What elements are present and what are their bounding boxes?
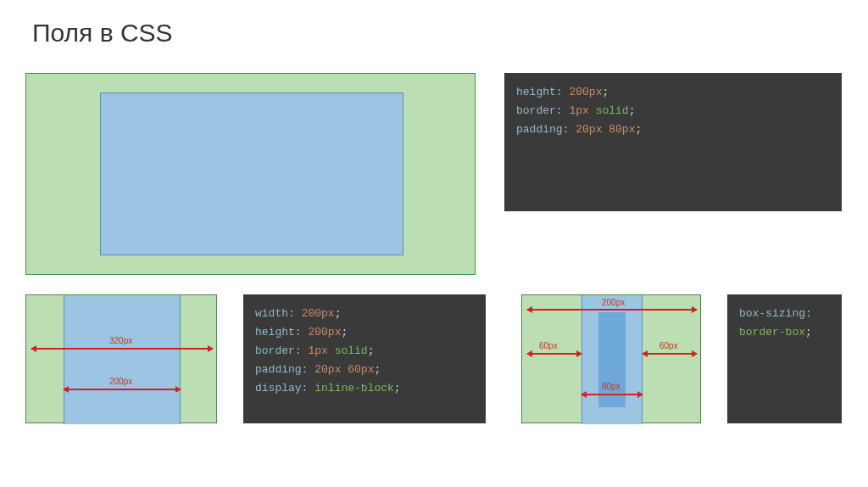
code-token: ; [635,123,642,136]
code-token: 200px [308,326,341,339]
slide-title: Поля в CSS [32,19,173,48]
code-token: padding: [516,123,569,136]
code-line: border-box; [739,323,830,342]
dimension-label: 200px [600,298,626,307]
code-line: padding: 20px 60px; [255,361,474,379]
code-block-middle: width: 200px; height: 200px; border: 1px… [243,294,486,423]
code-line: display: inline-block; [255,379,474,398]
code-token: ; [368,344,375,357]
code-token: 20px 60px [314,363,374,376]
code-token: display: [255,382,308,395]
code-token: width: [255,307,295,320]
code-token: solid [335,344,368,357]
code-line: border: 1px solid; [516,102,830,120]
code-token: 1px [308,344,327,357]
code-line: height: 200px; [516,83,830,102]
code-line: box-sizing: [739,305,830,323]
box-model-inner [64,295,181,424]
code-token: height: [516,86,563,98]
box-model-diagram-top [25,73,476,275]
code-token: 20px 80px [576,123,635,136]
dimension-line [527,309,697,311]
dimension-line [581,394,643,395]
dimension-line [643,353,697,355]
code-token: ; [629,104,636,117]
code-token: height: [255,326,302,339]
code-token: solid [596,104,629,117]
code-token: ; [602,86,609,98]
code-token: inline-block [314,382,394,395]
code-line: width: 200px; [255,305,474,323]
code-block-top: height: 200px; border: 1px solid; paddin… [504,73,842,211]
code-token: border: [255,344,302,357]
code-token: border: [516,104,563,117]
code-token: ; [335,307,342,320]
code-token: ; [341,326,348,339]
box-model-inner [100,92,403,255]
code-token: ; [394,382,401,395]
dimension-line [527,353,581,355]
dimension-label: 320px [108,336,134,345]
code-token: 200px [302,307,335,320]
code-token: box-sizing: [739,307,812,320]
code-line: height: 200px; [255,323,474,342]
code-token: 1px [569,104,588,117]
code-token: ; [805,326,812,339]
dimension-label: 200px [108,377,134,386]
code-block-right: box-sizing: border-box; [727,294,842,423]
dimension-line [31,348,213,350]
box-model-diagram-left: 320px 200px [25,294,217,423]
code-token: 200px [569,86,602,98]
dimension-line [64,389,181,390]
dimension-label: 60px [658,341,680,350]
code-line: border: 1px solid; [255,342,474,361]
dimension-label: 60px [537,341,559,350]
dimension-label: 80px [600,382,622,391]
code-token: padding: [255,363,308,376]
box-model-diagram-borderbox: 200px 60px 60px 80px [521,294,701,423]
code-token: border-box [739,326,805,339]
code-token: ; [374,363,381,376]
code-line: padding: 20px 80px; [516,120,830,139]
